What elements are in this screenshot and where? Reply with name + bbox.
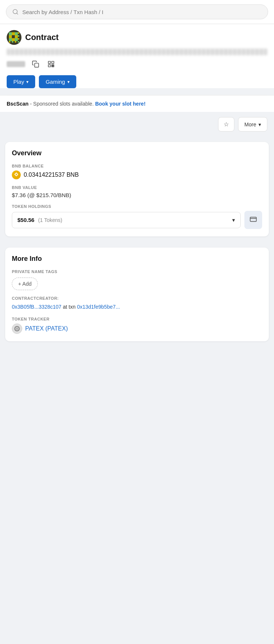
bnb-balance-row: 0.03414221537 BNB bbox=[12, 170, 262, 179]
token-tracker-row: PATEX (PATEX) bbox=[12, 323, 262, 334]
svg-rect-20 bbox=[49, 62, 51, 64]
search-inner bbox=[6, 4, 268, 19]
search-icon bbox=[12, 9, 19, 15]
svg-point-28 bbox=[16, 328, 18, 329]
token-amount: $50.56 bbox=[17, 217, 34, 223]
bnb-coin-icon bbox=[12, 170, 21, 179]
sponsor-brand: BscScan bbox=[7, 101, 29, 107]
address-blurred bbox=[7, 49, 267, 55]
svg-rect-3 bbox=[9, 32, 12, 35]
wallet-button[interactable] bbox=[244, 211, 262, 229]
wallet-icon bbox=[250, 215, 257, 223]
gaming-chevron-icon: ▾ bbox=[67, 79, 70, 84]
bg-section-more-info: More Info PRIVATE NAME TAGS + Add CONTRA… bbox=[0, 248, 274, 352]
page-title: Contract bbox=[25, 33, 59, 42]
svg-rect-8 bbox=[15, 35, 18, 38]
overview-title: Overview bbox=[12, 149, 262, 157]
svg-rect-17 bbox=[15, 41, 16, 43]
gaming-tag-button[interactable]: Gaming ▾ bbox=[39, 75, 76, 88]
more-chevron-icon: ▾ bbox=[258, 122, 261, 127]
action-row: ☆ More ▾ bbox=[0, 112, 274, 137]
play-tag-label: Play bbox=[13, 79, 24, 85]
add-private-tag-button[interactable]: + Add bbox=[12, 278, 38, 290]
contract-creator-row: 0x3B05fB...3328c107 at txn 0x13d1fe9b5be… bbox=[12, 303, 262, 311]
svg-rect-6 bbox=[9, 35, 12, 38]
token-tracker-icon bbox=[12, 323, 22, 334]
token-tracker-label: TOKEN TRACKER bbox=[12, 317, 262, 321]
bnb-balance-value: 0.03414221537 BNB bbox=[24, 172, 79, 178]
search-bar bbox=[0, 0, 274, 24]
more-label: More bbox=[244, 122, 256, 127]
private-name-tags-label: PRIVATE NAME TAGS bbox=[12, 269, 262, 274]
svg-rect-19 bbox=[35, 63, 39, 67]
bnb-balance-label: BNB BALANCE bbox=[12, 164, 262, 168]
svg-rect-14 bbox=[18, 38, 19, 40]
token-holdings-label: TOKEN HOLDINGS bbox=[12, 204, 262, 209]
svg-rect-15 bbox=[9, 41, 10, 43]
play-chevron-icon: ▾ bbox=[26, 79, 29, 84]
more-info-card: More Info PRIVATE NAME TAGS + Add CONTRA… bbox=[5, 248, 269, 341]
copy-icon bbox=[32, 60, 39, 68]
token-count: (1 Tokens) bbox=[38, 217, 62, 223]
contract-creator-txn-link[interactable]: 0x13d1fe9b5be7... bbox=[77, 304, 120, 310]
contract-creator-address-link[interactable]: 0x3B05fB...3328c107 bbox=[12, 304, 61, 310]
svg-rect-11 bbox=[15, 38, 18, 41]
svg-rect-24 bbox=[53, 65, 54, 66]
play-tag-button[interactable]: Play ▾ bbox=[7, 75, 35, 88]
token-holdings-row: $50.56 (1 Tokens) ▾ bbox=[12, 211, 262, 229]
svg-rect-9 bbox=[9, 38, 12, 41]
sponsored-banner: BscScan - Sponsored slots available. Boo… bbox=[0, 95, 274, 112]
contract-creator-field-label: CONTRACTCREATOR: bbox=[12, 296, 262, 301]
header-section: Contract Play ▾ bbox=[0, 24, 274, 88]
svg-rect-26 bbox=[53, 66, 54, 67]
sponsor-link[interactable]: Book your slot here! bbox=[95, 101, 146, 107]
svg-rect-18 bbox=[18, 41, 19, 43]
bnb-value-label: BNB VALUE bbox=[12, 185, 262, 190]
more-button[interactable]: More ▾ bbox=[238, 117, 267, 132]
contract-avatar-icon bbox=[7, 30, 21, 45]
qr-code-icon bbox=[47, 60, 55, 68]
address-short bbox=[7, 61, 25, 67]
address-actions bbox=[7, 59, 267, 69]
token-dropdown-content: $50.56 (1 Tokens) bbox=[17, 217, 62, 223]
svg-line-1 bbox=[17, 13, 18, 14]
search-input[interactable] bbox=[22, 9, 262, 15]
contract-title: Contract bbox=[7, 30, 267, 45]
svg-rect-16 bbox=[12, 41, 13, 43]
svg-rect-25 bbox=[52, 66, 53, 67]
copy-address-button[interactable] bbox=[30, 59, 41, 69]
svg-rect-5 bbox=[15, 32, 18, 35]
svg-rect-4 bbox=[12, 32, 15, 35]
more-info-title: More Info bbox=[12, 255, 262, 263]
svg-rect-13 bbox=[18, 35, 19, 37]
token-tracker-link[interactable]: PATEX (PATEX) bbox=[25, 325, 68, 332]
gaming-tag-label: Gaming bbox=[46, 79, 65, 85]
bg-section-overview: Overview BNB BALANCE 0.03414221537 BNB B… bbox=[0, 137, 274, 248]
svg-rect-21 bbox=[52, 62, 54, 64]
svg-rect-27 bbox=[250, 217, 257, 222]
svg-rect-22 bbox=[49, 65, 51, 67]
svg-rect-23 bbox=[52, 65, 53, 66]
bnb-value-amount: $7.36 (@ $215.70/BNB) bbox=[12, 192, 262, 198]
tag-buttons: Play ▾ Gaming ▾ bbox=[7, 75, 267, 88]
svg-rect-7 bbox=[12, 35, 15, 38]
token-dropdown-chevron-icon: ▾ bbox=[232, 217, 235, 223]
token-dropdown[interactable]: $50.56 (1 Tokens) ▾ bbox=[12, 212, 241, 228]
svg-rect-12 bbox=[18, 32, 19, 34]
add-tag-label: + Add bbox=[18, 281, 31, 287]
qr-code-button[interactable] bbox=[46, 59, 56, 69]
at-txn-text: at txn bbox=[63, 304, 76, 310]
sponsor-text: - Sponsored slots available. bbox=[29, 101, 95, 107]
star-button[interactable]: ☆ bbox=[218, 117, 234, 132]
overview-card: Overview BNB BALANCE 0.03414221537 BNB B… bbox=[5, 142, 269, 236]
svg-rect-10 bbox=[12, 38, 15, 41]
